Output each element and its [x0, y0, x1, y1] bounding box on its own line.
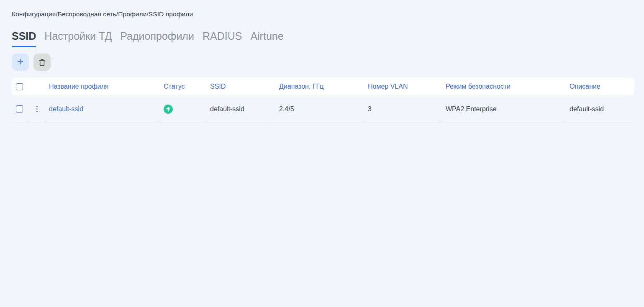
row-actions-cell: [30, 95, 44, 123]
header-select-all-cell: [12, 78, 30, 95]
header-ssid: SSID: [206, 78, 275, 95]
header-security: Режим безопасности: [441, 78, 565, 95]
ssid-profiles-table: Название профиля Статус SSID Диапазон, Г…: [12, 78, 634, 123]
kebab-menu-icon[interactable]: [35, 104, 40, 114]
tab-radius[interactable]: RADIUS: [203, 30, 242, 47]
tab-radio-profiles[interactable]: Радиопрофили: [120, 30, 194, 47]
row-security-cell: WPA2 Enterprise: [441, 95, 564, 123]
row-description-cell: default-ssid: [565, 95, 634, 123]
header-actions-cell: [30, 78, 45, 95]
header-profile-name: Название профиля: [45, 78, 159, 95]
header-band: Диапазон, ГГц: [275, 78, 364, 95]
row-vlan-cell: 3: [364, 95, 441, 123]
ssid-profiles-page: Конфигурация/Беспроводная сеть/Профили/S…: [0, 0, 644, 307]
tab-ap-settings[interactable]: Настройки ТД: [44, 30, 112, 47]
row-select-cell: [12, 95, 29, 123]
profile-name-link[interactable]: default-ssid: [49, 105, 83, 113]
select-all-checkbox[interactable]: [16, 83, 23, 90]
row-checkbox[interactable]: [16, 105, 23, 113]
trash-icon: [38, 58, 46, 67]
row-status-cell: [159, 95, 205, 123]
tab-airtune[interactable]: Airtune: [250, 30, 283, 47]
add-profile-button[interactable]: +: [12, 54, 29, 71]
row-profile-name-cell: default-ssid: [45, 95, 159, 123]
row-ssid-cell: default-ssid: [206, 95, 274, 123]
toolbar: +: [12, 54, 51, 71]
delete-profile-button[interactable]: [33, 54, 51, 71]
table-row: default-ssid default-ssid 2.4/5 3 WPA2 E…: [12, 95, 634, 123]
status-up-icon: [164, 105, 173, 114]
header-status: Статус: [159, 78, 206, 95]
breadcrumb: Конфигурация/Беспроводная сеть/Профили/S…: [12, 10, 193, 18]
table-header-row: Название профиля Статус SSID Диапазон, Г…: [12, 78, 634, 95]
tab-bar: SSID Настройки ТД Радиопрофили RADIUS Ai…: [12, 30, 284, 47]
row-band-cell: 2.4/5: [275, 95, 363, 123]
tab-ssid[interactable]: SSID: [12, 30, 36, 47]
plus-icon: +: [17, 56, 24, 67]
header-vlan: Номер VLAN: [364, 78, 441, 95]
header-description: Описание: [565, 78, 634, 95]
